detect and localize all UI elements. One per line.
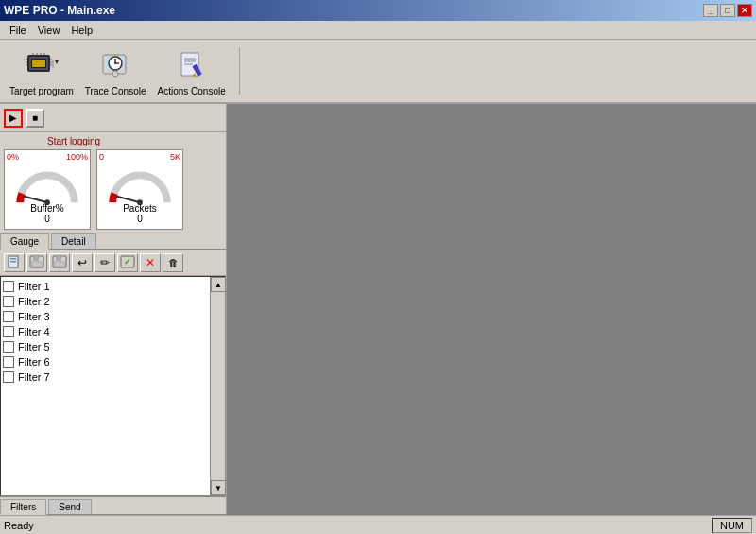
packets-gauge-name: Packets [123,203,157,214]
logging-controls: ▶ ■ [0,104,226,132]
filter-checkbox[interactable] [3,356,14,368]
svg-marker-14 [55,60,59,64]
trace-console-button[interactable]: Trace Console [83,44,148,98]
filter-item[interactable]: Filter 5 [3,339,208,354]
gauges-row: 0% 100% Buffer% 0 [4,149,222,230]
svg-rect-37 [33,256,39,261]
filter-checkbox[interactable] [3,296,14,307]
filter-toolbar: ↓ ↩ ✏ ✓ ✕ 🗑 [0,250,226,276]
menu-file[interactable]: File [4,23,32,38]
menu-view[interactable]: View [32,23,66,38]
send-tab[interactable]: Send [48,499,91,514]
delete-button[interactable]: ✕ [140,253,161,272]
packets-right-label: 5K [170,152,180,162]
svg-text:✓: ✓ [124,257,131,267]
toolbar: Target program Trace Console [0,40,756,104]
svg-text:↓: ↓ [59,263,60,267]
play-icon: ▶ [9,112,17,123]
status-text: Ready [4,520,712,531]
save-icon-2: ↓ [52,255,67,270]
filter-checkbox[interactable] [3,311,14,322]
status-bar: Ready NUM [0,515,756,534]
new-filter-icon [7,255,22,270]
filter-label: Filter 2 [18,296,50,307]
filter-checkbox[interactable] [3,326,14,337]
undo-button[interactable]: ↩ [72,253,93,272]
scroll-track [211,292,225,480]
minimize-button[interactable]: _ [703,4,718,17]
save-button-2[interactable]: ↓ [49,253,70,272]
filter-list-inner: Filter 1 Filter 2 Filter 3 Filter 4 Filt… [1,277,210,387]
start-logging-label: Start logging [47,136,100,146]
filters-tab[interactable]: Filters [0,499,46,515]
trash-button[interactable]: 🗑 [163,253,183,272]
filter-list: Filter 1 Filter 2 Filter 3 Filter 4 Filt… [0,276,226,496]
ok-button[interactable]: ✓ [117,253,138,272]
filter-item[interactable]: Filter 2 [3,294,208,309]
filter-label: Filter 6 [18,356,50,368]
stop-logging-button[interactable]: ■ [26,109,44,128]
filter-checkbox[interactable] [3,371,14,383]
actions-console-button[interactable]: Actions Console [155,44,227,98]
trace-console-icon [96,46,134,84]
filter-item[interactable]: Filter 6 [3,354,208,370]
new-filter-button[interactable] [4,253,25,272]
ok-icon: ✓ [120,255,135,270]
menu-help[interactable]: Help [65,23,98,38]
svg-rect-35 [10,261,16,263]
title-bar: WPE PRO - Main.exe _ □ ✕ [0,0,756,21]
target-program-icon [23,46,60,84]
svg-rect-40 [56,256,61,261]
buffer-gauge: 0% 100% Buffer% 0 [4,149,91,230]
filter-label: Filter 1 [18,281,50,292]
trash-icon: 🗑 [168,257,179,268]
buffer-gauge-value: 0 [44,214,50,224]
undo-icon: ↩ [77,256,87,269]
filter-scrollbar: ▲ ▼ [210,277,225,495]
actions-console-icon [173,46,211,84]
maximize-button[interactable]: □ [720,4,735,17]
svg-rect-34 [10,258,16,260]
title-bar-controls: _ □ ✕ [703,4,752,17]
left-panel: ▶ ■ Start logging 0% 100% [0,104,227,515]
close-button[interactable]: ✕ [737,4,752,17]
filter-item[interactable]: Filter 4 [3,324,208,339]
actions-console-label: Actions Console [157,86,225,96]
filter-checkbox[interactable] [3,281,14,292]
packets-gauge: 0 5K Packets 0 [96,149,183,230]
start-logging-button[interactable]: ▶ [4,109,23,128]
svg-point-22 [114,62,116,64]
filter-item[interactable]: Filter 1 [3,279,208,294]
filter-checkbox[interactable] [3,341,14,353]
main-layout: ▶ ■ Start logging 0% 100% [0,104,756,515]
save-button-1[interactable] [26,253,47,272]
top-tab-bar: Gauge Detail [0,232,226,250]
filter-item[interactable]: Filter 3 [3,309,208,324]
menu-bar: File View Help [0,21,756,40]
buffer-gauge-labels: 0% 100% [7,152,88,162]
bottom-tab-bar: Filters Send [0,496,226,515]
buffer-gauge-name: Buffer% [30,203,63,214]
scroll-down-button[interactable]: ▼ [211,480,226,495]
buffer-left-label: 0% [7,152,19,162]
svg-point-18 [112,71,118,77]
gauge-section: Start logging 0% 100% [0,132,226,232]
svg-line-29 [24,196,47,202]
detail-tab[interactable]: Detail [51,233,96,249]
filter-label: Filter 5 [18,341,50,353]
target-program-button[interactable]: Target program [8,44,76,98]
buffer-gauge-svg [9,162,85,207]
toolbar-divider [239,47,240,95]
svg-rect-13 [32,60,45,67]
scroll-up-button[interactable]: ▲ [211,277,226,292]
save-icon-1 [29,255,44,270]
gauge-tab[interactable]: Gauge [0,233,49,250]
svg-rect-38 [32,262,42,267]
filter-label: Filter 3 [18,311,50,322]
filter-item[interactable]: Filter 7 [3,370,208,385]
num-indicator: NUM [712,518,752,533]
filter-label: Filter 7 [18,371,50,383]
filter-label: Filter 4 [18,326,50,337]
trace-console-label: Trace Console [85,86,146,96]
edit-button[interactable]: ✏ [94,253,115,272]
